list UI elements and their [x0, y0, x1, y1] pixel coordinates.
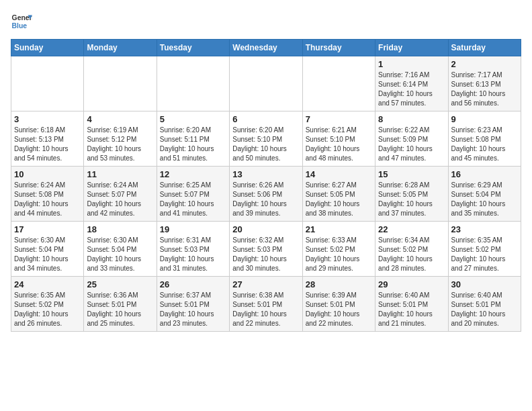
day-number: 17: [14, 224, 81, 234]
day-info: Sunrise: 6:39 AM Sunset: 5:01 PM Dayligh…: [306, 291, 372, 328]
day-number: 14: [306, 169, 372, 179]
day-number: 21: [306, 224, 372, 234]
day-number: 23: [451, 224, 518, 234]
day-number: 16: [451, 169, 518, 179]
calendar-cell: [11, 56, 84, 111]
svg-text:Blue: Blue: [12, 22, 28, 30]
calendar-cell: 9Sunrise: 6:23 AM Sunset: 5:08 PM Daylig…: [448, 111, 521, 167]
day-info: Sunrise: 6:22 AM Sunset: 5:09 PM Dayligh…: [378, 126, 445, 163]
calendar-cell: 19Sunrise: 6:31 AM Sunset: 5:03 PM Dayli…: [157, 222, 229, 277]
day-info: Sunrise: 6:20 AM Sunset: 5:10 PM Dayligh…: [232, 126, 299, 163]
calendar-week-2: 3Sunrise: 6:18 AM Sunset: 5:13 PM Daylig…: [11, 111, 521, 167]
logo-icon: General Blue: [11, 11, 32, 32]
day-info: Sunrise: 6:30 AM Sunset: 5:04 PM Dayligh…: [14, 236, 81, 273]
day-info: Sunrise: 6:37 AM Sunset: 5:01 PM Dayligh…: [160, 291, 226, 328]
day-info: Sunrise: 7:17 AM Sunset: 6:13 PM Dayligh…: [451, 71, 518, 108]
calendar-cell: 14Sunrise: 6:27 AM Sunset: 5:05 PM Dayli…: [302, 167, 375, 222]
day-number: 20: [232, 224, 299, 234]
day-number: 25: [87, 279, 153, 289]
day-info: Sunrise: 6:28 AM Sunset: 5:05 PM Dayligh…: [378, 181, 445, 218]
day-info: Sunrise: 6:32 AM Sunset: 5:03 PM Dayligh…: [232, 236, 299, 273]
day-number: 6: [232, 114, 299, 124]
calendar-cell: [84, 56, 157, 111]
day-number: 13: [232, 169, 299, 179]
calendar-week-5: 24Sunrise: 6:35 AM Sunset: 5:02 PM Dayli…: [11, 277, 521, 332]
weekday-header-wednesday: Wednesday: [230, 40, 302, 56]
day-info: Sunrise: 6:38 AM Sunset: 5:01 PM Dayligh…: [232, 291, 299, 328]
day-number: 10: [14, 169, 81, 179]
day-number: 24: [14, 279, 81, 289]
day-number: 18: [87, 224, 153, 234]
calendar-cell: 16Sunrise: 6:29 AM Sunset: 5:04 PM Dayli…: [448, 167, 521, 222]
day-number: 5: [160, 114, 226, 124]
calendar-cell: 13Sunrise: 6:26 AM Sunset: 5:06 PM Dayli…: [230, 167, 302, 222]
page-header: General Blue: [11, 11, 521, 32]
calendar-cell: 22Sunrise: 6:34 AM Sunset: 5:02 PM Dayli…: [375, 222, 448, 277]
day-number: 2: [451, 59, 518, 69]
calendar-cell: 12Sunrise: 6:25 AM Sunset: 5:07 PM Dayli…: [157, 167, 229, 222]
calendar-cell: [230, 56, 302, 111]
day-info: Sunrise: 6:18 AM Sunset: 5:13 PM Dayligh…: [14, 126, 81, 163]
calendar-cell: 21Sunrise: 6:33 AM Sunset: 5:02 PM Dayli…: [302, 222, 375, 277]
day-number: 4: [87, 114, 153, 124]
day-number: 15: [378, 169, 445, 179]
day-number: 8: [378, 114, 445, 124]
day-number: 7: [306, 114, 372, 124]
day-info: Sunrise: 6:33 AM Sunset: 5:02 PM Dayligh…: [306, 236, 372, 273]
day-info: Sunrise: 6:24 AM Sunset: 5:07 PM Dayligh…: [87, 181, 153, 218]
day-number: 26: [160, 279, 226, 289]
calendar-cell: 11Sunrise: 6:24 AM Sunset: 5:07 PM Dayli…: [84, 167, 157, 222]
logo: General Blue: [11, 11, 32, 32]
day-number: 1: [378, 59, 445, 69]
day-number: 29: [378, 279, 445, 289]
calendar-cell: 25Sunrise: 6:36 AM Sunset: 5:01 PM Dayli…: [84, 277, 157, 332]
calendar-cell: 3Sunrise: 6:18 AM Sunset: 5:13 PM Daylig…: [11, 111, 84, 167]
calendar-cell: 23Sunrise: 6:35 AM Sunset: 5:02 PM Dayli…: [448, 222, 521, 277]
weekday-header-monday: Monday: [84, 40, 157, 56]
day-number: 3: [14, 114, 81, 124]
calendar-cell: [302, 56, 375, 111]
day-info: Sunrise: 6:30 AM Sunset: 5:04 PM Dayligh…: [87, 236, 153, 273]
day-info: Sunrise: 7:16 AM Sunset: 6:14 PM Dayligh…: [378, 71, 445, 108]
weekday-header-row: SundayMondayTuesdayWednesdayThursdayFrid…: [11, 40, 521, 56]
calendar-cell: 2Sunrise: 7:17 AM Sunset: 6:13 PM Daylig…: [448, 56, 521, 111]
day-info: Sunrise: 6:35 AM Sunset: 5:02 PM Dayligh…: [14, 291, 81, 328]
calendar-week-4: 17Sunrise: 6:30 AM Sunset: 5:04 PM Dayli…: [11, 222, 521, 277]
day-info: Sunrise: 6:19 AM Sunset: 5:12 PM Dayligh…: [87, 126, 153, 163]
day-info: Sunrise: 6:27 AM Sunset: 5:05 PM Dayligh…: [306, 181, 372, 218]
weekday-header-thursday: Thursday: [302, 40, 375, 56]
day-number: 19: [160, 224, 226, 234]
day-number: 22: [378, 224, 445, 234]
day-number: 27: [232, 279, 299, 289]
calendar-week-3: 10Sunrise: 6:24 AM Sunset: 5:08 PM Dayli…: [11, 167, 521, 222]
day-info: Sunrise: 6:23 AM Sunset: 5:08 PM Dayligh…: [451, 126, 518, 163]
calendar-cell: 10Sunrise: 6:24 AM Sunset: 5:08 PM Dayli…: [11, 167, 84, 222]
calendar-cell: 28Sunrise: 6:39 AM Sunset: 5:01 PM Dayli…: [302, 277, 375, 332]
day-number: 9: [451, 114, 518, 124]
day-info: Sunrise: 6:24 AM Sunset: 5:08 PM Dayligh…: [14, 181, 81, 218]
calendar-cell: 27Sunrise: 6:38 AM Sunset: 5:01 PM Dayli…: [230, 277, 302, 332]
day-number: 30: [451, 279, 518, 289]
calendar-body: 1Sunrise: 7:16 AM Sunset: 6:14 PM Daylig…: [11, 56, 521, 332]
calendar-cell: 17Sunrise: 6:30 AM Sunset: 5:04 PM Dayli…: [11, 222, 84, 277]
calendar-cell: 7Sunrise: 6:21 AM Sunset: 5:10 PM Daylig…: [302, 111, 375, 167]
calendar-cell: 15Sunrise: 6:28 AM Sunset: 5:05 PM Dayli…: [375, 167, 448, 222]
calendar-cell: 30Sunrise: 6:40 AM Sunset: 5:01 PM Dayli…: [448, 277, 521, 332]
day-info: Sunrise: 6:25 AM Sunset: 5:07 PM Dayligh…: [160, 181, 226, 218]
weekday-header-friday: Friday: [375, 40, 448, 56]
day-info: Sunrise: 6:26 AM Sunset: 5:06 PM Dayligh…: [232, 181, 299, 218]
calendar-cell: 18Sunrise: 6:30 AM Sunset: 5:04 PM Dayli…: [84, 222, 157, 277]
day-number: 28: [306, 279, 372, 289]
day-info: Sunrise: 6:40 AM Sunset: 5:01 PM Dayligh…: [451, 291, 518, 328]
day-info: Sunrise: 6:36 AM Sunset: 5:01 PM Dayligh…: [87, 291, 153, 328]
calendar-table: SundayMondayTuesdayWednesdayThursdayFrid…: [11, 39, 521, 332]
calendar-cell: 1Sunrise: 7:16 AM Sunset: 6:14 PM Daylig…: [375, 56, 448, 111]
day-number: 11: [87, 169, 153, 179]
day-info: Sunrise: 6:31 AM Sunset: 5:03 PM Dayligh…: [160, 236, 226, 273]
calendar-cell: 20Sunrise: 6:32 AM Sunset: 5:03 PM Dayli…: [230, 222, 302, 277]
calendar-week-1: 1Sunrise: 7:16 AM Sunset: 6:14 PM Daylig…: [11, 56, 521, 111]
day-info: Sunrise: 6:21 AM Sunset: 5:10 PM Dayligh…: [306, 126, 372, 163]
weekday-header-tuesday: Tuesday: [157, 40, 229, 56]
weekday-header-sunday: Sunday: [11, 40, 84, 56]
day-info: Sunrise: 6:40 AM Sunset: 5:01 PM Dayligh…: [378, 291, 445, 328]
